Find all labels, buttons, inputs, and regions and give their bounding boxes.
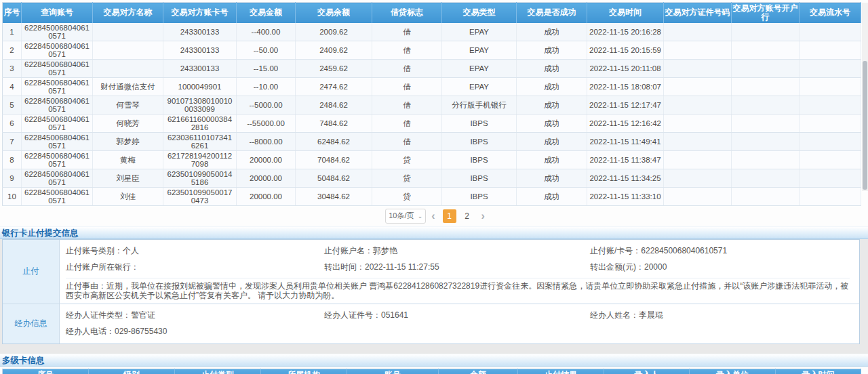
transaction-cell: IBPS — [442, 187, 517, 205]
transaction-cell: 2022-11-15 12:17:47 — [587, 96, 664, 114]
column-header: 录入单位 — [690, 369, 776, 374]
transaction-cell — [800, 132, 861, 150]
transaction-cell — [732, 23, 800, 41]
transaction-cell: 借 — [372, 96, 442, 114]
column-header: 交易是否成功 — [517, 3, 587, 23]
transaction-cell: EPAY — [442, 77, 517, 96]
transaction-cell: 郭梦婷 — [93, 132, 163, 150]
transaction-cell: --8000.00 — [237, 132, 296, 150]
chevron-down-icon: ⌄ — [418, 213, 423, 220]
transaction-cell — [800, 114, 861, 132]
transaction-cell: --10.00 — [237, 77, 296, 96]
transaction-cell — [732, 59, 800, 77]
multilevel-panel: 序号级别止付类型所属机构账号余额止付结果录入人录入单位录入时间 1一级第三方止付… — [0, 367, 868, 374]
page-size-value: 10条/页 — [389, 211, 414, 221]
transaction-cell: 6228450068040610571 — [22, 59, 93, 77]
transaction-cell: 6228450068040610571 — [22, 77, 93, 96]
transaction-cell: 刘星臣 — [93, 169, 163, 187]
transaction-cell: 6228450068040610571 — [22, 114, 93, 132]
transaction-cell: 成功 — [517, 114, 587, 132]
next-page-button[interactable]: › — [481, 211, 485, 222]
transaction-cell — [93, 59, 163, 77]
column-header: 查询账号 — [22, 3, 93, 23]
transaction-cell: 借 — [372, 41, 442, 59]
transaction-cell — [664, 150, 732, 169]
table-row: 66228450068040610571何晓芳62166116000038428… — [3, 114, 861, 132]
transaction-cell: 成功 — [517, 132, 587, 150]
handler-group: 经办信息 经办人证件类型：警官证经办人证件号：051641经办人姓名：李晨琨 经… — [3, 304, 859, 344]
transaction-cell: 1000049901 — [163, 77, 237, 96]
transaction-cell: 成功 — [517, 96, 587, 114]
table-row: 106228450068040610571刘佳62350109905001704… — [3, 187, 861, 205]
field-text: 经办人证件类型：警官证 — [66, 310, 324, 321]
transaction-cell — [732, 41, 800, 59]
section-divider — [0, 344, 868, 354]
transaction-cell: --15.00 — [237, 59, 296, 77]
transaction-cell: 6228450068040610571 — [22, 96, 93, 114]
transaction-cell — [800, 59, 861, 77]
column-header: 止付类型 — [175, 369, 261, 374]
transaction-cell — [664, 187, 732, 205]
scrollbar-thumb[interactable] — [863, 61, 867, 190]
transaction-cell: --50.00 — [237, 41, 296, 59]
vertical-scrollbar[interactable] — [862, 3, 868, 191]
field-text: 止付账/卡号：6228450068040610571 — [590, 245, 850, 257]
multilevel-cards-table: 序号级别止付类型所属机构账号余额止付结果录入人录入单位录入时间 1一级第三方止付… — [2, 369, 861, 374]
table-row: 76228450068040610571郭梦婷62303611010734162… — [3, 132, 861, 150]
column-header: 交易类型 — [442, 3, 517, 23]
transaction-cell — [664, 96, 732, 114]
transaction-cell — [800, 23, 861, 41]
transaction-cell: IBPS — [442, 132, 517, 150]
column-header: 账号 — [347, 369, 439, 374]
transaction-cell — [732, 114, 800, 132]
transaction-cell: 2009.62 — [296, 23, 372, 41]
field-text: 经办人证件号：051641 — [324, 310, 590, 321]
column-header: 级别 — [89, 369, 175, 374]
transaction-cell: IBPS — [442, 150, 517, 169]
transaction-cell: 刘佳 — [93, 187, 163, 205]
transaction-cell: 20000.00 — [237, 150, 296, 169]
table-row: 36228450068040610571243300133--15.002459… — [3, 59, 861, 77]
column-header: 序号 — [3, 3, 22, 23]
field-text: 止付账号类别：个人 — [66, 245, 324, 257]
transaction-cell: 4 — [3, 77, 22, 96]
transaction-cell — [800, 169, 861, 187]
transaction-cell: 2022-11-15 11:49:41 — [587, 132, 664, 150]
transaction-cell: EPAY — [442, 41, 517, 59]
page-1-button[interactable]: 1 — [443, 209, 456, 223]
transaction-cell: 6228450068040610571 — [22, 132, 93, 150]
table-row: 86228450068040610571黄梅621728194200112709… — [3, 150, 861, 169]
table-row: 16228450068040610571243300133--400.00200… — [3, 23, 861, 41]
transaction-cell — [732, 150, 800, 169]
page-size-select[interactable]: 10条/页 ⌄ — [385, 209, 426, 224]
transaction-cell: 2459.62 — [296, 59, 372, 77]
transaction-cell — [93, 41, 163, 59]
table-header-row: 序号查询账号交易对方名称交易对方账卡号交易金额交易余额借贷标志交易类型交易是否成… — [3, 3, 861, 23]
transaction-cell: 243300133 — [163, 41, 237, 59]
transaction-cell: 20000.00 — [237, 169, 296, 187]
transaction-cell: 6228450068040610571 — [22, 23, 93, 41]
table-row: 96228450068040610571刘星臣62350109905001451… — [3, 169, 861, 187]
transaction-cell: 2474.62 — [296, 77, 372, 96]
transaction-cell: 2022-11-15 11:34:25 — [587, 169, 664, 187]
field-row: 止付账号类别：个人止付账户名：郭梦艳止付账/卡号：622845006804061… — [66, 243, 850, 259]
transaction-cell: 何雪琴 — [93, 96, 163, 114]
transaction-cell: 2022-11-15 12:16:42 — [587, 114, 664, 132]
transaction-cell: --55000.00 — [237, 114, 296, 132]
transaction-cell: 7 — [3, 132, 22, 150]
transaction-cell: 6228450068040610571 — [22, 187, 93, 205]
transaction-cell: 2 — [3, 41, 22, 59]
transaction-cell — [732, 187, 800, 205]
transaction-cell — [664, 114, 732, 132]
table-row: 26228450068040610571243300133--50.002409… — [3, 41, 861, 59]
transaction-cell: 1 — [3, 23, 22, 41]
transaction-cell: 6 — [3, 114, 22, 132]
transaction-cell: 贷 — [372, 150, 442, 169]
prev-page-button[interactable]: ‹ — [431, 211, 435, 222]
handler-group-label: 经办信息 — [3, 304, 60, 344]
transaction-cell: 3 — [3, 59, 22, 77]
page-2-button[interactable]: 2 — [460, 209, 474, 223]
transaction-cell: IBPS — [442, 169, 517, 187]
transaction-cell: 6228450068040610571 — [22, 169, 93, 187]
transaction-cell: 2022-11-15 20:16:28 — [587, 23, 664, 41]
